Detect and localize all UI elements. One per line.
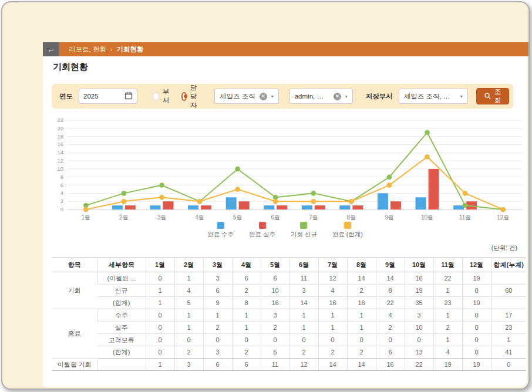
table-value-cell: 2 [347, 346, 376, 359]
table-header-cell: 11월 [433, 258, 462, 272]
table-header-cell: 2월 [174, 258, 203, 272]
table-value-cell: 0 [462, 334, 491, 346]
table-value-cell: 2 [318, 346, 347, 359]
table-subitem-cell [97, 359, 146, 371]
legend-label: 완료 실주 [249, 231, 275, 239]
svg-text:10: 10 [57, 165, 63, 172]
breadcrumb-parent[interactable]: 리포트, 현황 [69, 45, 106, 54]
year-input[interactable] [83, 93, 124, 100]
table-value-cell: 35 [405, 297, 433, 309]
table-header-cell: 7월 [318, 258, 347, 272]
table-value-cell: 0 [376, 334, 405, 346]
svg-text:1월: 1월 [82, 214, 91, 221]
table-value-cell: 2 [376, 322, 405, 334]
org-select[interactable]: 세일즈 조직 ✕ ▾ [214, 89, 279, 104]
clear-icon[interactable]: ✕ [260, 93, 267, 100]
back-arrow-icon: ← [47, 45, 55, 54]
legend-label: 기회 신규 [291, 231, 317, 239]
svg-text:10월: 10월 [421, 214, 433, 221]
back-button[interactable]: ← [43, 42, 59, 56]
table-value-cell: 17 [491, 309, 526, 322]
table-value-cell: 0 [289, 334, 318, 346]
table-group-cell: 종료 [52, 309, 97, 359]
calendar-icon[interactable] [124, 92, 133, 101]
org-select-value: 세일즈 조직 [220, 92, 255, 101]
saved-dept-select[interactable]: 세일즈 조직, 영업 ... ▾ [399, 89, 468, 104]
table-value-cell: 6 [376, 346, 405, 359]
chevron-down-icon: ▾ [271, 94, 274, 99]
search-button[interactable]: 조회 [476, 88, 510, 104]
table-subitem-cell: 실주 [97, 322, 146, 334]
table-value-cell: 1 [232, 322, 261, 334]
search-icon [484, 93, 491, 100]
table-value-cell: 0 [462, 309, 491, 322]
clear-icon[interactable]: ✕ [334, 93, 341, 100]
table-value-cell: 16 [376, 359, 405, 371]
content-panel: 기회현황 연도 부서 담당자 세일즈 조직 ✕ ▾ [43, 56, 527, 387]
legend-item[interactable]: 기회 신규 [291, 222, 317, 239]
table-value-cell: 16 [347, 297, 376, 309]
table-row: 기회(이월된 ...0136611121414162219 [52, 272, 526, 285]
app-window: ← 리포트, 현황 › 기회현황 기회현황 연도 부서 담당자 [1, 1, 530, 390]
dept-radio[interactable] [153, 92, 159, 101]
table-value-cell: 14 [347, 272, 376, 285]
table-group-cell: 이월될 기회 [52, 359, 97, 371]
table-value-cell: 3 [174, 359, 203, 371]
legend-item[interactable]: 완료 실주 [249, 222, 275, 239]
table-value-cell: 1 [491, 334, 526, 346]
year-label: 연도 [59, 92, 73, 101]
person-radio[interactable] [181, 92, 187, 101]
table-value-cell: 1 [146, 297, 174, 309]
legend-item[interactable]: 완료 (합계) [332, 222, 363, 239]
table-value-cell: 6 [232, 272, 261, 285]
svg-text:4: 4 [60, 190, 63, 196]
table-value-cell: 1 [347, 322, 376, 334]
table-value-cell: 0 [347, 334, 376, 346]
legend-item[interactable]: 완료 수주 [207, 222, 234, 239]
saved-dept-select-value: 세일즈 조직, 영업 ... [404, 92, 456, 101]
table-header-cell: 1월 [146, 258, 174, 272]
table-value-cell [491, 272, 526, 285]
table-value-cell: 5 [261, 346, 289, 359]
svg-text:2월: 2월 [119, 214, 129, 221]
top-bar: ← 리포트, 현황 › 기회현황 [43, 42, 528, 56]
table-value-cell: 16 [261, 297, 289, 309]
table-value-cell: 3 [405, 309, 433, 322]
table-value-cell: 16 [405, 272, 433, 285]
table-value-cell: 8 [232, 297, 261, 309]
table-value-cell: 0 [203, 334, 232, 346]
dept-radio-option[interactable]: 부서 [153, 87, 172, 105]
table-value-cell: 41 [491, 346, 526, 359]
table-value-cell: 60 [491, 285, 526, 297]
table-row: 신규1462103428191060 [52, 285, 526, 297]
table-value-cell: 0 [146, 309, 174, 322]
table-value-cell: 1 [174, 309, 203, 322]
table-value-cell: 12 [289, 359, 318, 371]
chart-svg: 02468101214161820221월2월3월4월5월6월7월8월9월10월… [51, 114, 527, 225]
table-value-cell: 1 [318, 322, 347, 334]
table-value-cell: 16 [318, 297, 347, 309]
table-value-cell: 0 [462, 346, 491, 359]
table-value-cell: 1 [174, 322, 203, 334]
table-row: 이월될 기회136611121414162219190 [52, 359, 526, 371]
opportunity-chart: 02468101214161820221월2월3월4월5월6월7월8월9월10월… [51, 114, 527, 225]
table-header-cell: 5월 [261, 258, 289, 272]
person-select[interactable]: admin, 고은... ✕ ▾ [289, 89, 353, 104]
svg-text:11월: 11월 [459, 214, 471, 221]
table-value-cell: 10 [405, 322, 433, 334]
table-value-cell: 22 [376, 297, 405, 309]
svg-text:5월: 5월 [233, 214, 243, 221]
table-value-cell: 6 [232, 359, 261, 371]
person-radio-option[interactable]: 담당자 [181, 83, 201, 110]
unit-label: (단위: 건) [491, 244, 517, 252]
table-value-cell: 3 [203, 272, 232, 285]
svg-text:0: 0 [60, 206, 63, 212]
table-value-cell: 6 [203, 359, 232, 371]
table-value-cell: 0 [462, 285, 491, 297]
svg-text:3월: 3월 [157, 214, 167, 221]
table-value-cell: 23 [433, 297, 462, 309]
svg-text:14: 14 [57, 149, 63, 156]
table-value-cell: 12 [318, 272, 347, 285]
table-value-cell: 0 [174, 334, 203, 346]
table-subitem-cell: (이월된 ... [97, 272, 146, 285]
